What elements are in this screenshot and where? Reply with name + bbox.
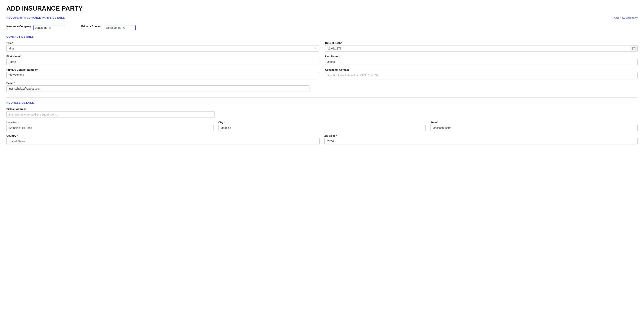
email-group: Email* [6, 82, 310, 92]
insurance-company-value: Jones Inc [35, 26, 47, 29]
last-name-group: Last Name* [325, 55, 638, 65]
primary-contact-number-input[interactable] [6, 72, 319, 78]
recovery-section-header: RECOVERY INSURANCE PARTY DETAILS Add New… [6, 16, 638, 21]
title-dob-row: Title* Miss Mr Mrs Dr Prof Date of Birth… [6, 42, 638, 52]
email-label: Email* [6, 82, 310, 85]
primary-contact-value: Sarah Jones [106, 26, 121, 29]
state-group: State* [430, 121, 638, 131]
secondary-contact-group: Secondary Contact [325, 68, 638, 78]
insurance-company-label: Insurance Company * [6, 25, 31, 31]
dob-input[interactable] [326, 46, 630, 52]
contact-details-header: CONTACT DETAILS [6, 35, 638, 38]
insurance-primary-row: Insurance Company * Jones Inc ✕ Primary … [6, 25, 638, 31]
pick-address-input[interactable] [6, 111, 215, 118]
page-title: ADD INSURANCE PARTY [6, 5, 638, 12]
city-group: City* [218, 121, 426, 131]
calendar-icon[interactable] [630, 46, 638, 52]
primary-contact-tag[interactable]: Sarah Jones ✕ [104, 25, 136, 30]
title-label: Title* [6, 42, 319, 45]
primary-contact-number-label: Primary Contact Number* [6, 68, 319, 71]
insurance-company-group: Insurance Company * Jones Inc ✕ [6, 25, 65, 31]
location-label: Location* [6, 121, 214, 124]
location-group: Location* [6, 121, 214, 131]
primary-contact-remove-button[interactable]: ✕ [122, 26, 126, 29]
secondary-contact-label: Secondary Contact [325, 68, 638, 71]
dob-label: Date of Birth* [325, 42, 638, 45]
pick-address-group: Pick an Address [6, 107, 638, 118]
first-name-input[interactable] [6, 59, 319, 65]
email-row: Email* [6, 82, 638, 92]
recovery-section-label: RECOVERY INSURANCE PARTY DETAILS [6, 16, 65, 19]
add-new-company-link[interactable]: Add New Company [614, 16, 638, 19]
secondary-contact-input[interactable] [325, 72, 638, 78]
city-input[interactable] [218, 125, 426, 131]
location-input[interactable] [6, 125, 214, 131]
city-label: City* [218, 121, 426, 124]
zip-code-input[interactable] [324, 138, 638, 144]
dob-input-wrapper [325, 45, 638, 52]
country-zip-row: Country* Zip Code* [6, 134, 638, 144]
zip-code-label: Zip Code* [324, 134, 638, 137]
primary-contact-label: Primary Contact * [81, 25, 101, 31]
contact-numbers-row: Primary Contact Number* Secondary Contac… [6, 68, 638, 78]
primary-contact-number-group: Primary Contact Number* [6, 68, 319, 78]
pick-address-label: Pick an Address [6, 107, 638, 110]
location-city-state-row: Location* City* State* [6, 121, 638, 131]
last-name-label: Last Name* [325, 55, 638, 58]
address-details-header: ADDRESS DETAILS [6, 101, 638, 104]
country-input[interactable] [6, 138, 320, 144]
state-input[interactable] [430, 125, 638, 131]
email-input[interactable] [6, 85, 310, 92]
insurance-company-tag[interactable]: Jones Inc ✕ [34, 25, 65, 30]
primary-contact-group: Primary Contact * Sarah Jones ✕ [81, 25, 136, 31]
country-group: Country* [6, 134, 320, 144]
first-name-label: First Name* [6, 55, 319, 58]
title-select[interactable]: Miss Mr Mrs Dr Prof [6, 45, 319, 52]
insurance-company-remove-button[interactable]: ✕ [48, 26, 52, 29]
name-row: First Name* Last Name* [6, 55, 638, 65]
dob-group: Date of Birth* [325, 42, 638, 52]
first-name-group: First Name* [6, 55, 319, 65]
state-label: State* [430, 121, 638, 124]
title-group: Title* Miss Mr Mrs Dr Prof [6, 42, 319, 52]
section-divider [6, 97, 638, 98]
last-name-input[interactable] [325, 59, 638, 65]
zip-code-group: Zip Code* [324, 134, 638, 144]
svg-rect-0 [632, 47, 635, 50]
country-label: Country* [6, 134, 320, 137]
